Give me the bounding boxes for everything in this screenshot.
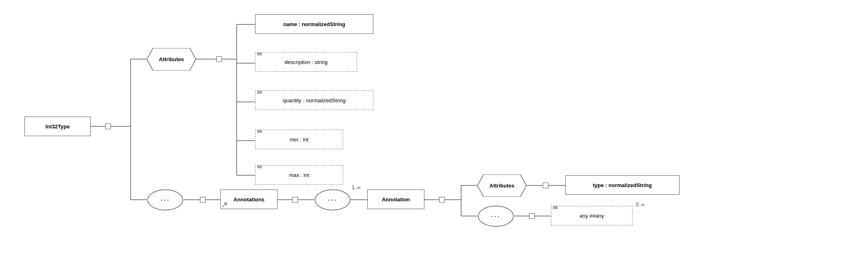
attributes-bottom-hex: Attributes: [477, 174, 526, 197]
expand-icon: [222, 202, 227, 208]
attributes-top-hex: Attributes: [147, 48, 196, 71]
quantity-field-box: quantity : normalizedString: [255, 90, 373, 110]
annotations-box: Annotations: [220, 190, 277, 209]
attributes-top-connector: [216, 56, 222, 62]
dots-oval-any: ···: [477, 205, 514, 227]
tag-indicator-desc: [257, 52, 262, 55]
lines-svg: [0, 0, 868, 269]
tag-indicator-any: [553, 206, 558, 209]
tag-indicator-max: [257, 165, 262, 168]
multiplicity-annotation-label: 1..∞: [352, 185, 361, 190]
tag-indicator-min: [257, 130, 262, 133]
annotation-box: Annotation: [367, 190, 424, 209]
diagram-canvas: Int32Type Attributes name : normalizedSt…: [0, 0, 868, 269]
attributes-bottom-connector: [543, 183, 548, 188]
multiplicity-any-label: 0..∞: [636, 202, 645, 207]
dots-oval-annotation: ···: [314, 189, 351, 211]
min-field-box: min : int: [255, 130, 343, 149]
type-field-box: type : normalizedString: [565, 175, 679, 195]
tag-indicator-qty: [257, 90, 262, 94]
svg-line-29: [222, 203, 226, 207]
annotations-connector: [292, 197, 298, 203]
annotation-connector: [439, 197, 445, 203]
dots-oval-bottom: ···: [147, 189, 184, 211]
description-field-box: description : string: [255, 52, 357, 72]
max-field-box: max : int: [255, 165, 343, 185]
name-field-box: name : normalizedString: [255, 14, 373, 34]
int32type-connector: [105, 123, 111, 129]
int32type-box: Int32Type: [24, 117, 91, 136]
any-field-box: any ##any: [551, 206, 633, 225]
dots-any-connector: [529, 213, 535, 219]
dots-bottom-connector: [200, 197, 206, 203]
